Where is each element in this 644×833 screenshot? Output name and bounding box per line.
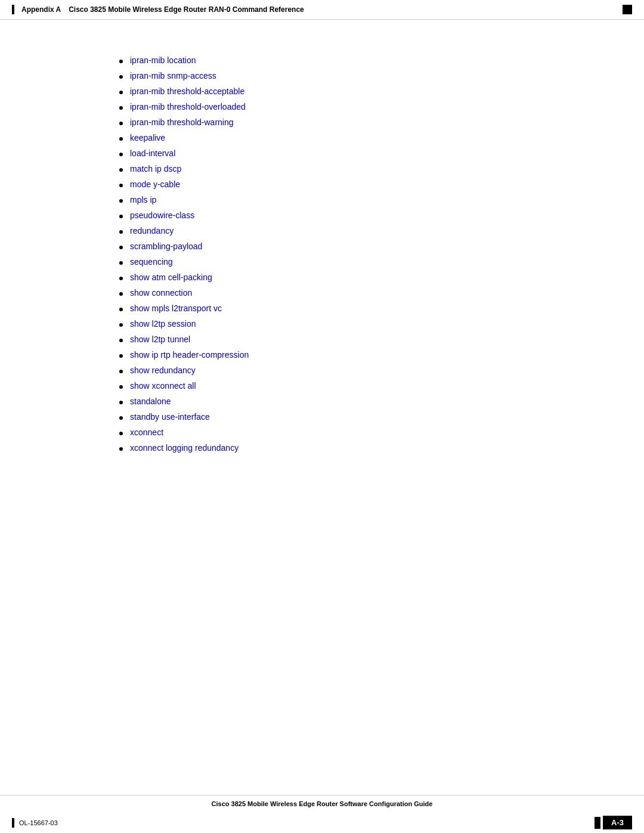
bullet-icon — [119, 323, 123, 327]
footer-doc-title: Cisco 3825 Mobile Wireless Edge Router S… — [0, 795, 644, 812]
bullet-icon — [119, 385, 123, 389]
list-item: keepalive — [119, 133, 525, 143]
list-item: pseudowire-class — [119, 210, 525, 220]
footer-bottom: OL-15667-03 A-3 — [0, 812, 644, 833]
bullet-icon — [119, 447, 123, 451]
list-item: load-interval — [119, 148, 525, 158]
link-mode-y-cable[interactable]: mode y-cable — [130, 179, 180, 189]
list-item: show xconnect all — [119, 381, 525, 391]
bullet-icon — [119, 215, 123, 218]
list-item: show redundancy — [119, 366, 525, 375]
link-ipran-mib-threshold-warning[interactable]: ipran-mib threshold-warning — [130, 117, 234, 127]
bullet-icon — [119, 370, 123, 373]
link-show-l2tp-tunnel[interactable]: show l2tp tunnel — [130, 335, 190, 344]
list-item: xconnect — [119, 428, 525, 437]
bullet-icon — [119, 106, 123, 110]
list-item: ipran-mib threshold-warning — [119, 117, 525, 127]
list-item: mode y-cable — [119, 179, 525, 189]
bullet-icon — [119, 246, 123, 249]
list-item: ipran-mib snmp-access — [119, 71, 525, 80]
link-pseudowire-class[interactable]: pseudowire-class — [130, 210, 194, 220]
list-item: show l2tp tunnel — [119, 335, 525, 344]
link-show-ip-rtp-header-compression[interactable]: show ip rtp header-compression — [130, 350, 249, 360]
link-load-interval[interactable]: load-interval — [130, 148, 175, 158]
bullet-icon — [119, 277, 123, 280]
appendix-label: Appendix A — [21, 5, 61, 14]
list-item: match ip dscp — [119, 164, 525, 174]
footer-doc-number: OL-15667-03 — [19, 819, 58, 826]
link-show-xconnect-all[interactable]: show xconnect all — [130, 381, 196, 391]
link-match-ip-dscp[interactable]: match ip dscp — [130, 164, 181, 174]
bullet-icon — [119, 416, 123, 420]
list-item: xconnect logging redundancy — [119, 443, 525, 453]
bullet-icon — [119, 184, 123, 187]
list-item: mpls ip — [119, 195, 525, 205]
header-left-accent — [12, 5, 14, 14]
list-item: show ip rtp header-compression — [119, 350, 525, 360]
list-item: standalone — [119, 397, 525, 406]
list-item: ipran-mib threshold-overloaded — [119, 102, 525, 112]
link-ipran-mib-threshold-acceptable[interactable]: ipran-mib threshold-acceptable — [130, 86, 244, 96]
bullet-icon — [119, 122, 123, 125]
bullet-icon — [119, 137, 123, 141]
link-keepalive[interactable]: keepalive — [130, 133, 165, 143]
list-item: sequencing — [119, 257, 525, 267]
list-item: scrambling-payload — [119, 241, 525, 251]
link-ipran-mib-location[interactable]: ipran-mib location — [130, 55, 196, 65]
footer: Cisco 3825 Mobile Wireless Edge Router S… — [0, 795, 644, 833]
link-scrambling-payload[interactable]: scrambling-payload — [130, 241, 202, 251]
bullet-icon — [119, 308, 123, 311]
link-standby-use-interface[interactable]: standby use-interface — [130, 412, 210, 422]
bullet-icon — [119, 91, 123, 94]
link-ipran-mib-threshold-overloaded[interactable]: ipran-mib threshold-overloaded — [130, 102, 246, 112]
link-show-atm-cell-packing[interactable]: show atm cell-packing — [130, 272, 212, 282]
footer-left: OL-15667-03 — [12, 818, 58, 828]
footer-left-accent — [12, 818, 14, 828]
list-item: standby use-interface — [119, 412, 525, 422]
link-standalone[interactable]: standalone — [130, 397, 171, 406]
header-text: Appendix A Cisco 3825 Mobile Wireless Ed… — [21, 5, 304, 14]
bullet-icon — [119, 261, 123, 265]
bullet-icon — [119, 292, 123, 296]
bullet-icon — [119, 432, 123, 435]
bullet-icon — [119, 153, 123, 156]
link-xconnect-logging-redundancy[interactable]: xconnect logging redundancy — [130, 443, 239, 453]
bullet-icon — [119, 354, 123, 358]
list-item: redundancy — [119, 226, 525, 236]
footer-right-accent — [595, 817, 600, 829]
bullet-icon — [119, 401, 123, 404]
link-xconnect[interactable]: xconnect — [130, 428, 163, 437]
link-list: ipran-mib locationipran-mib snmp-accessi… — [119, 55, 525, 453]
link-show-redundancy[interactable]: show redundancy — [130, 366, 196, 375]
list-item: show atm cell-packing — [119, 272, 525, 282]
link-show-l2tp-session[interactable]: show l2tp session — [130, 319, 196, 329]
bullet-icon — [119, 168, 123, 172]
link-ipran-mib-snmp-access[interactable]: ipran-mib snmp-access — [130, 71, 216, 80]
list-item: show connection — [119, 288, 525, 298]
header-title: Cisco 3825 Mobile Wireless Edge Router R… — [69, 5, 304, 14]
footer-page-badge: A-3 — [603, 816, 632, 829]
bullet-icon — [119, 60, 123, 63]
bullet-icon — [119, 199, 123, 203]
list-item: show l2tp session — [119, 319, 525, 329]
main-content: ipran-mib locationipran-mib snmp-accessi… — [0, 20, 644, 506]
list-item: ipran-mib location — [119, 55, 525, 65]
link-show-connection[interactable]: show connection — [130, 288, 192, 298]
link-show-mpls-l2transport-vc[interactable]: show mpls l2transport vc — [130, 304, 222, 313]
list-item: show mpls l2transport vc — [119, 304, 525, 313]
header-bar: Appendix A Cisco 3825 Mobile Wireless Ed… — [0, 0, 644, 20]
bullet-icon — [119, 230, 123, 234]
footer-right: A-3 — [595, 816, 632, 829]
link-sequencing[interactable]: sequencing — [130, 257, 173, 267]
header-right-accent — [623, 5, 632, 14]
list-item: ipran-mib threshold-acceptable — [119, 86, 525, 96]
link-mpls-ip[interactable]: mpls ip — [130, 195, 156, 205]
link-redundancy[interactable]: redundancy — [130, 226, 174, 236]
bullet-icon — [119, 339, 123, 342]
bullet-icon — [119, 75, 123, 79]
